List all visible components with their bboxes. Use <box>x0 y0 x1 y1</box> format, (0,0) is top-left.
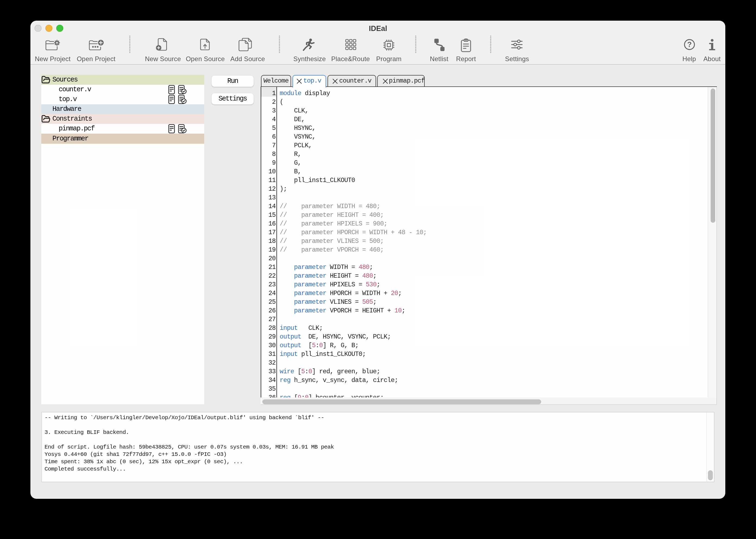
svg-text:?: ? <box>687 40 692 49</box>
